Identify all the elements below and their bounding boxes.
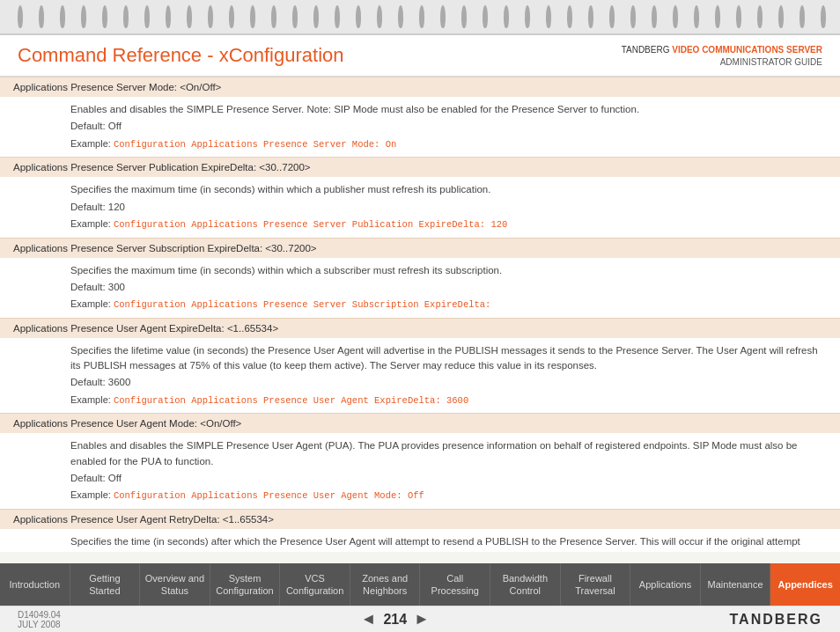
- brand-line2: ADMINISTRATOR GUIDE: [622, 56, 822, 69]
- spiral-ring: [313, 5, 319, 28]
- page-number: 214: [383, 612, 407, 628]
- brand-highlight: VIDEO COMMUNICATIONS SERVER: [672, 45, 822, 55]
- section-header-s4: Applications Presence User Agent ExpireD…: [0, 318, 840, 338]
- spiral-ring: [208, 5, 213, 28]
- page-footer: D14049.04 JULY 2008 ◄ 214 ► TANDBERG: [0, 606, 840, 632]
- footer-pagination: ◄ 214 ►: [361, 610, 430, 628]
- nav-tab-firewall-traversal[interactable]: Firewall Traversal: [561, 563, 631, 606]
- spiral-ring: [694, 5, 699, 28]
- section-default: Default: 300: [70, 280, 827, 295]
- page-header: Command Reference - xConfiguration TANDB…: [0, 35, 840, 77]
- section-example: Example: Configuration Applications Pres…: [70, 136, 827, 152]
- footer-brand: TANDBERG: [730, 612, 822, 628]
- nav-tab-applications[interactable]: Applications: [630, 563, 701, 606]
- section-default: Default: Off: [70, 471, 827, 486]
- section-example-code: Configuration Applications Presence Serv…: [114, 219, 507, 230]
- section-description: Specifies the time (in seconds) after wh…: [70, 534, 827, 552]
- spiral-ring: [419, 5, 424, 28]
- spiral-ring: [440, 5, 446, 28]
- footer-doc-id: D14049.04: [18, 610, 61, 620]
- spiral-ring: [144, 5, 150, 28]
- section-default: Default: 120: [70, 200, 827, 215]
- section-header-s2: Applications Presence Server Publication…: [0, 157, 840, 177]
- section-description: Specifies the maximum time (in seconds) …: [70, 182, 827, 197]
- spiral-ring: [757, 5, 763, 28]
- section-example: Example: Configuration Applications Pres…: [70, 297, 827, 312]
- spiral-ring: [39, 5, 44, 28]
- footer-date: JULY 2008: [18, 620, 61, 629]
- spiral-ring: [250, 5, 255, 28]
- spiral-ring: [778, 5, 784, 28]
- spiral-ring: [123, 5, 129, 28]
- section-default: Default: Off: [70, 119, 827, 134]
- section-example-code: Configuration Applications Presence Serv…: [114, 299, 490, 310]
- nav-tab-maintenance[interactable]: Maintenance: [701, 563, 771, 606]
- spiral-ring: [398, 5, 403, 28]
- section-example-code: Configuration Applications Presence User…: [114, 395, 468, 406]
- nav-tab-introduction[interactable]: Introduction: [0, 563, 70, 606]
- spiral-ring: [166, 5, 171, 28]
- section-example: Example: Configuration Applications Pres…: [70, 217, 827, 232]
- section-example-code: Configuration Applications Presence User…: [114, 490, 424, 501]
- spiral-ring: [81, 5, 86, 28]
- spiral-ring: [60, 5, 65, 28]
- spiral-ring: [187, 5, 192, 28]
- brand-area: TANDBERG VIDEO COMMUNICATIONS SERVER ADM…: [622, 44, 822, 69]
- nav-tab-zones-neighbors[interactable]: Zones and Neighbors: [350, 563, 421, 606]
- spiral-ring: [588, 5, 593, 28]
- section-header-s1: Applications Presence Server Mode: <On/O…: [0, 77, 840, 97]
- section-description: Specifies the lifetime value (in seconds…: [70, 343, 827, 374]
- section-description: Enables and disables the SIMPLE Presence…: [70, 438, 827, 469]
- nav-tab-getting-started[interactable]: Getting Started: [70, 563, 141, 606]
- spiral-ring: [609, 5, 615, 28]
- section-body-s4: Specifies the lifetime value (in seconds…: [0, 338, 840, 414]
- bottom-navigation: IntroductionGetting StartedOverview and …: [0, 563, 840, 606]
- section-default: Default: 3600: [70, 375, 827, 390]
- spiral-ring: [630, 5, 636, 28]
- nav-tab-overview-status[interactable]: Overview and Status: [140, 563, 210, 606]
- spiral-ring: [525, 5, 530, 28]
- nav-tab-vcs-config[interactable]: VCS Configuration: [280, 563, 350, 606]
- spiral-ring: [799, 5, 805, 28]
- nav-tab-bandwidth-control[interactable]: Bandwidth Control: [490, 563, 561, 606]
- section-body-s6: Specifies the time (in seconds) after wh…: [0, 529, 840, 552]
- spiral-ring: [292, 5, 298, 28]
- prev-arrow[interactable]: ◄: [361, 610, 377, 628]
- brand-tandberg: TANDBERG: [622, 45, 673, 55]
- nav-tab-call-processing[interactable]: Call Processing: [420, 563, 490, 606]
- footer-doc-info: D14049.04 JULY 2008: [18, 610, 61, 629]
- section-body-s2: Specifies the maximum time (in seconds) …: [0, 177, 840, 237]
- section-header-s6: Applications Presence User Agent RetryDe…: [0, 509, 840, 529]
- spiral-ring: [483, 5, 488, 28]
- spiral-ring: [102, 5, 107, 28]
- nav-tabs: IntroductionGetting StartedOverview and …: [0, 563, 840, 606]
- section-header-s5: Applications Presence User Agent Mode: <…: [0, 413, 840, 433]
- brand-line1: TANDBERG VIDEO COMMUNICATIONS SERVER: [622, 44, 822, 56]
- section-body-s5: Enables and disables the SIMPLE Presence…: [0, 433, 840, 509]
- section-body-s3: Specifies the maximum time (in seconds) …: [0, 258, 840, 318]
- spiral-ring: [736, 5, 741, 28]
- spiral-ring: [356, 5, 361, 28]
- next-arrow[interactable]: ►: [414, 610, 430, 628]
- spiral-ring: [715, 5, 720, 28]
- spiral-ring: [229, 5, 234, 28]
- spiral-ring: [504, 5, 509, 28]
- main-content: Applications Presence Server Mode: <On/O…: [0, 77, 840, 552]
- section-example-code: Configuration Applications Presence Serv…: [114, 139, 396, 150]
- nav-tab-system-config[interactable]: System Configuration: [210, 563, 281, 606]
- section-example: Example: Configuration Applications Pres…: [70, 488, 827, 503]
- spiral-ring: [821, 5, 826, 28]
- spiral-ring: [271, 5, 276, 28]
- spiral-ring: [18, 5, 23, 28]
- spiral-ring: [335, 5, 340, 28]
- section-body-s1: Enables and disables the SIMPLE Presence…: [0, 97, 840, 157]
- section-example: Example: Configuration Applications Pres…: [70, 393, 827, 408]
- section-description: Specifies the maximum time (in seconds) …: [70, 263, 827, 278]
- nav-tab-appendices[interactable]: Appendices: [770, 563, 840, 606]
- spiral-ring: [377, 5, 382, 28]
- spiral-ring: [652, 5, 657, 28]
- spiral-ring: [546, 5, 551, 28]
- page-title: Command Reference - xConfiguration: [18, 44, 344, 67]
- spiral-ring: [673, 5, 678, 28]
- spiral-ring: [461, 5, 467, 28]
